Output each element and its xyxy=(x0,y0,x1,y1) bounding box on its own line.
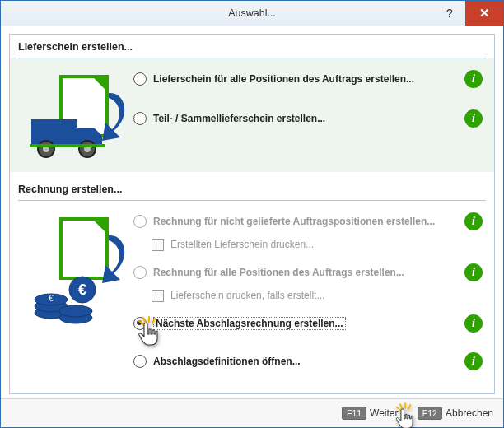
rechnung-options: Rechnung für nicht gelieferte Auftragspo… xyxy=(133,207,486,375)
help-button[interactable]: ? xyxy=(434,1,465,26)
option-rn-notdelivered: Rechnung für nicht gelieferte Auftragspo… xyxy=(133,207,486,235)
option-ls-partial[interactable]: Teil- / Sammellieferschein erstellen... … xyxy=(133,105,486,133)
close-button[interactable]: ✕ xyxy=(465,1,503,26)
f12-key-badge: F12 xyxy=(418,407,442,420)
coins-document-icon: € € xyxy=(26,216,125,331)
label-ls-partial: Teil- / Sammellieferschein erstellen... xyxy=(153,113,325,124)
window-title: Auswahl... xyxy=(1,7,503,19)
radio-rn-notdelivered xyxy=(133,215,147,228)
option-rn-all: Rechnung für alle Positionen des Auftrag… xyxy=(133,258,486,286)
info-icon[interactable]: i xyxy=(464,109,483,128)
label-rn-notdelivered: Rechnung für nicht gelieferte Auftragspo… xyxy=(153,216,435,227)
svg-point-16 xyxy=(59,305,92,317)
label-rn-abschlag: Nächste Abschlagsrechnung erstellen... xyxy=(153,317,346,330)
info-icon[interactable]: i xyxy=(464,314,483,333)
radio-rn-abschlagdef[interactable] xyxy=(133,355,147,368)
svg-text:€: € xyxy=(49,294,54,303)
section-lieferschein-body: Lieferschein für alle Positionen des Auf… xyxy=(10,58,494,172)
info-icon[interactable]: i xyxy=(464,70,483,88)
label-print-ls2: Lieferschein drucken, falls erstellt... xyxy=(170,290,324,301)
svg-line-27 xyxy=(408,405,411,409)
window-controls: ? ✕ xyxy=(434,1,503,26)
info-icon[interactable]: i xyxy=(464,263,483,281)
sub-print-ls1: Erstellten Lieferschein drucken... xyxy=(133,235,486,254)
radio-rn-all xyxy=(133,266,147,279)
section-rechnung-body: € € Rechnung für nicht gelieferte Auftra… xyxy=(10,201,494,384)
label-rn-all: Rechnung für alle Positionen des Auftrag… xyxy=(153,267,404,278)
cancel-button[interactable]: Abbrechen xyxy=(446,407,493,419)
dialog-footer: F11 Weiter... F12 Abbrechen xyxy=(1,398,503,427)
rechnung-illustration: € € xyxy=(18,207,133,375)
titlebar: Auswahl... ? ✕ xyxy=(1,1,503,26)
truck-document-icon xyxy=(26,73,125,164)
dialog-content: Lieferschein erstellen... xyxy=(9,34,495,394)
label-print-ls1: Erstellten Lieferschein drucken... xyxy=(170,239,314,250)
radio-rn-abschlag[interactable] xyxy=(133,317,147,330)
svg-rect-2 xyxy=(31,119,77,144)
radio-ls-partial[interactable] xyxy=(133,112,147,125)
svg-text:€: € xyxy=(78,281,86,298)
checkbox-print-ls1 xyxy=(152,239,164,251)
option-rn-abschlagdef[interactable]: Abschlagsdefinitionen öffnen... i xyxy=(133,347,486,375)
next-button-label: Weiter... xyxy=(370,407,406,419)
svg-rect-9 xyxy=(30,144,105,147)
info-icon[interactable]: i xyxy=(464,352,483,370)
section-rechnung-title: Rechnung erstellen... xyxy=(10,177,494,198)
radio-ls-all[interactable] xyxy=(133,72,147,86)
checkbox-print-ls2 xyxy=(152,290,164,302)
f11-key-badge: F11 xyxy=(342,407,366,420)
info-icon[interactable]: i xyxy=(464,212,483,230)
label-rn-abschlagdef: Abschlagsdefinitionen öffnen... xyxy=(153,356,301,367)
sub-print-ls2: Lieferschein drucken, falls erstellt... xyxy=(133,286,486,305)
lieferschein-options: Lieferschein für alle Positionen des Auf… xyxy=(133,65,486,164)
option-ls-all[interactable]: Lieferschein für alle Positionen des Auf… xyxy=(133,65,486,93)
next-button[interactable]: Weiter... xyxy=(370,407,406,419)
dialog-window: Auswahl... ? ✕ Lieferschein erstellen... xyxy=(0,0,504,428)
svg-rect-10 xyxy=(61,219,107,278)
lieferschein-illustration xyxy=(18,65,133,164)
label-ls-all: Lieferschein für alle Positionen des Auf… xyxy=(153,73,414,85)
section-lieferschein-title: Lieferschein erstellen... xyxy=(10,35,494,56)
option-rn-abschlag[interactable]: Nächste Abschlagsrechnung erstellen... i xyxy=(133,309,486,337)
